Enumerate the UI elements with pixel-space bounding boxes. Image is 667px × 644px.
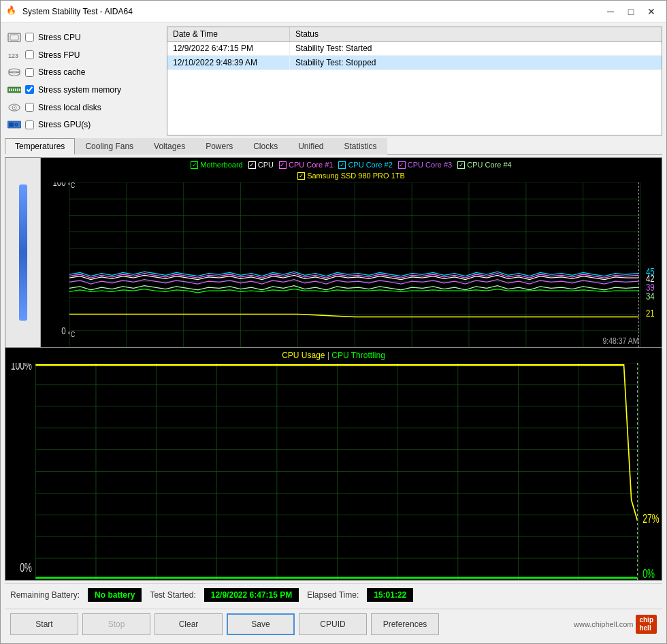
memory-icon <box>7 84 21 95</box>
tab-cooling-fans[interactable]: Cooling Fans <box>75 138 144 155</box>
log-row-1[interactable]: 12/9/2022 6:47:15 PM Stability Test: Sta… <box>167 42 662 56</box>
stress-cache-checkbox[interactable] <box>25 68 34 77</box>
maximize-button[interactable]: □ <box>621 5 640 18</box>
top-section: Stress CPU 123 Stress FPU <box>5 27 662 135</box>
cpu-chart-container: CPU Usage | CPU Throttling <box>5 348 662 581</box>
svg-rect-12 <box>17 88 18 91</box>
svg-rect-18 <box>9 123 14 127</box>
legend-ssd[interactable]: Samsung SSD 980 PRO 1TB <box>297 172 405 180</box>
tab-clocks[interactable]: Clocks <box>243 138 288 155</box>
svg-text:34: 34 <box>646 291 655 302</box>
elapsed-label: Elapsed Time: <box>307 590 359 600</box>
legend-cpu-core-1[interactable]: CPU Core #1 <box>279 161 333 169</box>
close-button[interactable]: ✕ <box>642 5 661 18</box>
svg-rect-8 <box>9 88 10 91</box>
temp-chart-main: Motherboard CPU CPU Core #1 CPU Cor <box>41 158 662 347</box>
cpu-chart-canvas: 100% 0% 27% 0% <box>5 363 662 580</box>
stress-memory-item: Stress system memory <box>7 82 159 98</box>
tab-powers[interactable]: Powers <box>195 138 243 155</box>
chiphell-url: www.chiphell.com <box>574 620 633 628</box>
save-button[interactable]: Save <box>227 613 295 635</box>
log-header: Date & Time Status <box>167 27 662 42</box>
svg-text:°C: °C <box>68 182 76 189</box>
test-started-value: 12/9/2022 6:47:15 PM <box>204 588 299 602</box>
stress-fpu-label: Stress FPU <box>38 50 80 60</box>
svg-text:9:48:37 AM: 9:48:37 AM <box>602 336 638 345</box>
stress-cpu-checkbox[interactable] <box>25 33 34 42</box>
svg-text:100: 100 <box>52 182 65 188</box>
svg-text:°C: °C <box>68 330 76 338</box>
fpu-icon: 123 <box>7 50 21 61</box>
tab-bar: Temperatures Cooling Fans Voltages Power… <box>5 138 662 155</box>
svg-text:27%: 27% <box>642 512 659 526</box>
stress-disks-item: Stress local disks <box>7 99 159 116</box>
stress-gpu-checkbox[interactable] <box>25 120 34 129</box>
temp-chart-legend-2: Samsung SSD 980 PRO 1TB <box>41 169 662 182</box>
start-button[interactable]: Start <box>10 613 78 635</box>
svg-text:21: 21 <box>646 308 655 319</box>
gpu-icon <box>7 119 21 130</box>
button-bar: Start Stop Clear Save CPUID Preferences … <box>5 609 662 639</box>
log-col-datetime: Date & Time <box>167 27 290 41</box>
charts-area: Motherboard CPU CPU Core #1 CPU Cor <box>5 157 662 581</box>
svg-text:0%: 0% <box>642 566 655 580</box>
elapsed-value: 15:01:22 <box>367 588 413 602</box>
legend-cpu-core-4[interactable]: CPU Core #4 <box>457 161 511 169</box>
cpuid-button[interactable]: CPUID <box>299 613 367 635</box>
stress-disks-label: Stress local disks <box>38 103 101 112</box>
tab-voltages[interactable]: Voltages <box>144 138 195 155</box>
window-title: System Stability Test - AIDA64 <box>22 7 601 16</box>
log-cell-datetime-2: 12/10/2022 9:48:39 AM <box>167 56 290 69</box>
svg-rect-9 <box>11 88 12 91</box>
window-controls: ─ □ ✕ <box>601 5 661 18</box>
tabs-section: Temperatures Cooling Fans Voltages Power… <box>5 138 662 155</box>
preferences-button[interactable]: Preferences <box>371 613 439 635</box>
main-window: 🔥 System Stability Test - AIDA64 ─ □ ✕ <box>0 0 667 644</box>
stress-cache-label: Stress cache <box>38 67 85 77</box>
title-bar: 🔥 System Stability Test - AIDA64 ─ □ ✕ <box>1 1 666 22</box>
minimize-button[interactable]: ─ <box>601 5 620 18</box>
cpu-icon <box>7 32 21 43</box>
log-row-2[interactable]: 12/10/2022 9:48:39 AM Stability Test: St… <box>167 56 662 70</box>
test-started-label: Test Started: <box>150 590 195 600</box>
svg-rect-11 <box>15 88 16 91</box>
clear-button[interactable]: Clear <box>154 613 223 635</box>
tab-unified[interactable]: Unified <box>288 138 334 155</box>
svg-rect-1 <box>10 35 18 40</box>
chiphell-logo: www.chiphell.com chiphell <box>574 615 657 634</box>
stress-fpu-checkbox[interactable] <box>25 50 34 59</box>
legend-cpu[interactable]: CPU <box>248 161 274 169</box>
svg-text:0: 0 <box>61 325 65 336</box>
log-panel: Date & Time Status 12/9/2022 6:47:15 PM … <box>167 27 662 135</box>
svg-point-6 <box>9 71 20 76</box>
chart-sidebar <box>5 158 41 347</box>
chip-logo-box: chiphell <box>636 615 657 634</box>
legend-motherboard[interactable]: Motherboard <box>191 161 242 169</box>
svg-text:0%: 0% <box>20 561 32 575</box>
temp-chart-container: Motherboard CPU CPU Core #1 CPU Cor <box>5 157 662 348</box>
stress-memory-label: Stress system memory <box>38 85 121 95</box>
stress-cpu-item: Stress CPU <box>7 29 159 46</box>
tab-temperatures[interactable]: Temperatures <box>5 138 75 155</box>
cache-icon <box>7 67 21 78</box>
stress-gpu-label: Stress GPU(s) <box>38 120 91 129</box>
temp-chart-canvas: 100 0 °C °C <box>41 182 662 347</box>
svg-text:100%: 100% <box>11 363 32 372</box>
stress-fpu-item: 123 Stress FPU <box>7 47 159 63</box>
log-cell-status-1: Stability Test: Started <box>290 42 662 55</box>
legend-cpu-core-2[interactable]: CPU Core #2 <box>338 161 392 169</box>
stress-memory-checkbox[interactable] <box>25 85 34 94</box>
disk-icon <box>7 102 21 113</box>
stress-cache-item: Stress cache <box>7 64 159 80</box>
stress-disks-checkbox[interactable] <box>25 103 34 112</box>
stress-gpu-item: Stress GPU(s) <box>7 116 159 133</box>
svg-text:123: 123 <box>8 52 18 59</box>
tab-statistics[interactable]: Statistics <box>334 138 387 155</box>
stress-cpu-label: Stress CPU <box>38 33 81 42</box>
svg-point-20 <box>16 124 17 125</box>
log-col-status: Status <box>290 27 662 41</box>
log-cell-status-2: Stability Test: Stopped <box>290 56 662 69</box>
stop-button[interactable]: Stop <box>82 613 150 635</box>
legend-cpu-core-3[interactable]: CPU Core #3 <box>398 161 452 169</box>
app-icon: 🔥 <box>6 5 18 18</box>
